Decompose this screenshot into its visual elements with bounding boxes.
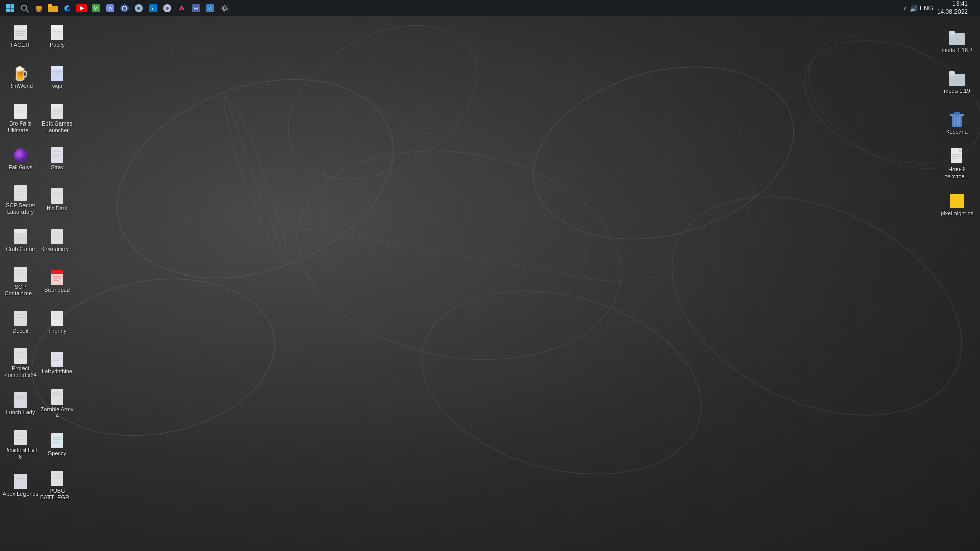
svg-text:e: e: [152, 6, 154, 11]
mods-119-icon[interactable]: ↑ mods 1.19: [937, 62, 977, 103]
svg-rect-15: [11, 9, 15, 13]
volume-icon[interactable]: 🔊: [910, 5, 918, 12]
zombie-army-label: Zombie Army 4: [39, 406, 76, 419]
labyrinthine-icon[interactable]: Labyrinthine: [37, 343, 78, 384]
steam-button-1[interactable]: [133, 2, 145, 14]
clock-time: 13:41: [937, 0, 968, 8]
mods-119-label: mods 1.19: [944, 88, 970, 94]
faceit-icon[interactable]: FACEIT: [0, 16, 41, 57]
system-clock[interactable]: 13:41 14.08.2022: [937, 0, 968, 16]
svg-rect-75: [14, 474, 27, 489]
wqa-icon[interactable]: wqa: [37, 57, 78, 98]
svg-text:↑: ↑: [956, 77, 959, 82]
svg-text:↑: ↑: [956, 36, 959, 41]
topbar-right: ∧ 🔊 ENG 13:41 14.08.2022: [903, 0, 976, 16]
svg-point-8: [401, 262, 722, 503]
project-zomboid-icon[interactable]: Project Zomboid x64: [0, 343, 41, 384]
svg-rect-18: [48, 6, 58, 12]
discord-button[interactable]: D: [104, 2, 116, 14]
recycle-bin-label: Корзина: [946, 129, 968, 135]
svg-rect-125: [949, 31, 955, 35]
svg-rect-90: [51, 147, 63, 163]
svg-point-51: [14, 148, 27, 162]
svg-rect-110: [51, 352, 63, 367]
youtube-button[interactable]: [76, 2, 88, 14]
svg-rect-86: [51, 104, 63, 107]
its-dark-icon[interactable]: It's Dark: [37, 180, 78, 220]
svg-point-26: [120, 4, 129, 12]
svg-rect-94: [51, 188, 63, 204]
zombie-army-icon[interactable]: Zombie Army 4: [37, 384, 78, 424]
valorant-button[interactable]: [176, 2, 188, 14]
svg-text:H: H: [194, 6, 198, 11]
deceit-label: Deceit: [12, 328, 28, 334]
svg-rect-52: [14, 185, 27, 201]
svg-rect-117: [51, 433, 63, 448]
pixel-night-label: pixel night os: [941, 210, 973, 217]
labyrinthine-label: Labyrinthine: [42, 368, 72, 375]
multimc-button[interactable]: M: [90, 2, 102, 14]
svg-rect-121: [51, 471, 63, 486]
new-text-label: Новый текстов...: [939, 166, 975, 180]
speccy-icon[interactable]: Speccy: [37, 424, 78, 465]
settings-button[interactable]: [218, 2, 231, 14]
thonny-icon[interactable]: Thonny: [37, 302, 78, 343]
recycle-bin-icon[interactable]: Корзина: [937, 103, 977, 144]
topbar-icon-list: ▦ M: [4, 2, 903, 14]
pacify-label: Pacify: [50, 42, 65, 48]
svg-rect-142: [950, 194, 964, 208]
svg-rect-58: [14, 267, 27, 282]
svg-rect-47: [14, 104, 27, 119]
steam-button-2[interactable]: [161, 2, 174, 14]
pixel-night-icon[interactable]: pixel night os: [937, 185, 977, 226]
pubg-icon[interactable]: PUBG BATTLEGR...: [37, 465, 78, 506]
fall-guys-icon[interactable]: Fall Guys: [0, 139, 41, 180]
edge-button-2[interactable]: e: [147, 2, 159, 14]
soundpad-icon[interactable]: Soundpad: [37, 261, 78, 302]
tray-chevron[interactable]: ∧: [903, 5, 908, 12]
scp-cont-icon[interactable]: SCP Containme...: [0, 261, 41, 302]
app-button-1[interactable]: H: [190, 2, 202, 14]
topbar: ▦ M: [0, 0, 980, 16]
pacify-icon[interactable]: Pacify: [37, 16, 78, 57]
widgets-button[interactable]: ▦: [33, 2, 45, 14]
new-text-icon[interactable]: Новый текстов...: [937, 144, 977, 185]
edge-browser-button[interactable]: [61, 2, 74, 14]
apex-icon[interactable]: Apex Legends: [0, 465, 41, 506]
mods-118-icon[interactable]: ↑ mods 1.18.2: [937, 21, 977, 62]
svg-rect-114: [51, 389, 63, 405]
search-button[interactable]: [18, 2, 31, 14]
svg-line-2: [224, 92, 286, 265]
lunch-lady-icon[interactable]: Lunch Lady: [0, 384, 41, 424]
mods-118-label: mods 1.18.2: [942, 47, 973, 54]
file-explorer-button[interactable]: [47, 2, 59, 14]
fall-guys-label: Fall Guys: [9, 164, 32, 171]
windows-start-button[interactable]: [4, 2, 16, 14]
epic-games-icon[interactable]: Epic Games Launcher: [37, 98, 78, 139]
svg-line-17: [26, 10, 29, 12]
language-indicator[interactable]: ENG: [920, 5, 933, 12]
stray-label: Stray: [51, 164, 64, 171]
komplektu-icon[interactable]: Комплекту...: [37, 220, 78, 261]
svg-rect-57: [14, 229, 27, 233]
app-button-2[interactable]: A: [204, 2, 216, 14]
svg-rect-14: [6, 9, 10, 13]
rimworld-icon[interactable]: 🍺 RimWorld: [0, 57, 41, 98]
crab-game-icon[interactable]: Crab Game: [0, 220, 41, 261]
svg-point-16: [21, 5, 27, 10]
svg-rect-78: [51, 25, 63, 29]
svg-rect-61: [14, 311, 27, 326]
stray-icon[interactable]: Stray: [37, 139, 78, 180]
desktop-background: [0, 0, 980, 551]
apex-label: Apex Legends: [3, 491, 38, 497]
deceit-icon[interactable]: Deceit: [0, 302, 41, 343]
svg-point-29: [137, 7, 140, 10]
re6-icon[interactable]: Resident Evil 6: [0, 424, 41, 465]
scp-lab-icon[interactable]: SCP Secret Laboratory: [0, 180, 41, 220]
bro-falls-icon[interactable]: Bro Falls Ultimate...: [0, 98, 41, 139]
svg-point-5: [514, 40, 813, 266]
desktop-icon-column-2: Pacify wqa Epic Games Launcher: [37, 16, 78, 506]
svg-rect-13: [11, 4, 15, 8]
obs-button[interactable]: [118, 2, 131, 14]
epic-games-label: Epic Games Launcher: [39, 120, 76, 134]
